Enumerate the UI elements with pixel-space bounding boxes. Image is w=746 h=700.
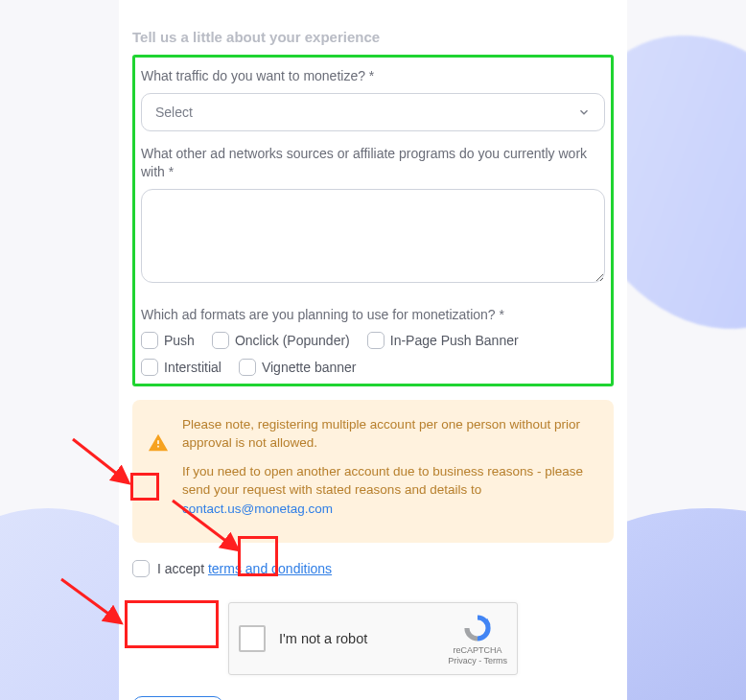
format-onclick: Onclick (Popunder): [212, 332, 350, 349]
recaptcha-icon: [461, 612, 494, 644]
warning-icon: [148, 432, 169, 454]
formats-label: Which ad formats are you planning to use…: [141, 306, 605, 324]
label-push: Push: [164, 333, 195, 348]
label-inpage: In-Page Push Banner: [390, 333, 519, 348]
traffic-label: What traffic do you want to monetize? *: [141, 67, 605, 85]
checkbox-vignette[interactable]: [239, 359, 256, 376]
label-vignette: Vignette banner: [262, 360, 357, 375]
multiple-account-notice: Please note, registering multiple accoun…: [132, 400, 614, 544]
format-vignette: Vignette banner: [239, 359, 357, 376]
chevron-down-icon: [577, 105, 591, 119]
signup-button[interactable]: Sign Up: [132, 696, 223, 700]
formats-row-2: Interstitial Vignette banner: [141, 359, 605, 376]
checkbox-inpage[interactable]: [367, 332, 385, 349]
notice-line-1: Please note, registering multiple accoun…: [182, 415, 596, 453]
recaptcha-widget: I'm not a robot reCAPTCHA Privacy - Term…: [228, 602, 518, 675]
recaptcha-brand: reCAPTCHA Privacy - Terms: [448, 612, 507, 666]
networks-textarea[interactable]: [141, 189, 605, 283]
checkbox-push[interactable]: [141, 332, 158, 349]
terms-text: I accept terms and conditions: [157, 561, 332, 576]
traffic-select-placeholder: Select: [155, 105, 193, 120]
notice-line-2: If you need to open another account due …: [182, 462, 596, 519]
format-inpage: In-Page Push Banner: [367, 332, 519, 349]
networks-label: What other ad networks sources or affili…: [141, 145, 605, 181]
label-interstitial: Interstitial: [164, 360, 221, 375]
terms-row: I accept terms and conditions: [132, 560, 614, 577]
notice-email-link[interactable]: contact.us@monetag.com: [182, 502, 333, 516]
traffic-select[interactable]: Select: [141, 93, 605, 131]
checkbox-interstitial[interactable]: [141, 359, 158, 376]
terms-checkbox[interactable]: [132, 560, 150, 577]
recaptcha-checkbox[interactable]: [239, 625, 266, 652]
experience-highlight-box: What traffic do you want to monetize? * …: [132, 55, 614, 386]
signup-form-card: Tell us a little about your experience W…: [119, 0, 627, 700]
notice-text: Please note, registering multiple accoun…: [182, 415, 596, 528]
label-onclick: Onclick (Popunder): [235, 333, 350, 348]
formats-row-1: Push Onclick (Popunder) In-Page Push Ban…: [141, 332, 605, 349]
format-interstitial: Interstitial: [141, 359, 221, 376]
section-title: Tell us a little about your experience: [132, 29, 614, 45]
terms-link[interactable]: terms and conditions: [208, 561, 332, 576]
checkbox-onclick[interactable]: [212, 332, 229, 349]
recaptcha-label: I'm not a robot: [279, 631, 434, 646]
format-push: Push: [141, 332, 195, 349]
